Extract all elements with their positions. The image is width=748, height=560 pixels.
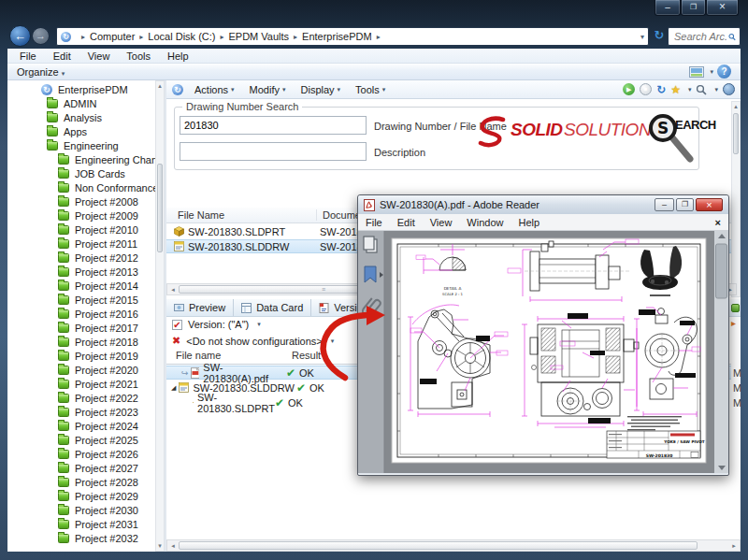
adobe-title-bar[interactable]: SW-201830(A).pdf - Adobe Reader – ❐ × (358, 195, 728, 214)
configurations-row[interactable]: ✖ <Do not show configurations> ▾ (172, 335, 334, 347)
search-input[interactable] (672, 30, 728, 43)
breadcrumb-local-disk[interactable]: Local Disk (C:) (148, 31, 215, 42)
adobe-menu-window[interactable]: Window (467, 217, 503, 228)
menu-help[interactable]: Help (159, 50, 197, 63)
sidebar-item[interactable]: ADMIN (7, 96, 165, 110)
scrollbar-thumb[interactable] (157, 164, 163, 252)
back-button[interactable]: ← (9, 25, 31, 47)
help-button[interactable]: ? (717, 65, 731, 79)
sidebar-item[interactable]: Project #2011 (7, 237, 165, 251)
description-input[interactable] (180, 142, 367, 161)
expander-icon[interactable]: ◢ (171, 384, 176, 392)
run-button[interactable]: ▶ (623, 83, 635, 95)
close-document-icon[interactable]: × (715, 217, 721, 228)
chevron-down-icon[interactable]: ▾ (714, 86, 718, 93)
actions-menu[interactable]: Actions▾ (187, 84, 242, 95)
breadcrumb-computer[interactable]: Computer (90, 31, 135, 42)
scrollbar-thumb[interactable] (733, 113, 739, 154)
favorites-button[interactable]: ★ (670, 83, 681, 96)
chevron-down-icon[interactable]: ▾ (688, 86, 692, 93)
adobe-close-button[interactable]: × (696, 198, 723, 211)
organize-button[interactable]: Organize▾ (7, 66, 70, 78)
sidebar-item[interactable]: Project #2023 (7, 405, 165, 419)
refresh-button[interactable]: ↻ (652, 28, 667, 45)
scroll-up-icon[interactable]: ▴ (732, 102, 740, 111)
sidebar-item[interactable]: Project #2013 (7, 265, 165, 279)
modify-menu[interactable]: Modify▾ (242, 84, 294, 95)
menu-view[interactable]: View (79, 50, 119, 63)
tab-preview[interactable]: Preview (166, 299, 234, 316)
search-button[interactable]: S EARCH (643, 108, 703, 168)
menu-file[interactable]: File (11, 50, 45, 63)
scroll-down-icon[interactable]: ▾ (156, 541, 164, 551)
sidebar-item[interactable]: Engineering (7, 138, 165, 152)
chevron-down-icon[interactable]: ▾ (331, 337, 335, 345)
web-button[interactable] (723, 83, 735, 95)
sidebar-item[interactable]: Analysis (7, 110, 165, 124)
scroll-right-icon[interactable]: ▸ (728, 541, 740, 551)
sidebar-item[interactable]: Project #2010 (7, 223, 165, 237)
address-dropdown-icon[interactable]: ▾ (640, 33, 644, 41)
tools-menu[interactable]: Tools▾ (348, 84, 393, 95)
menu-edit[interactable]: Edit (45, 50, 79, 63)
panel-scrollbar[interactable]: ▴ (731, 101, 741, 297)
sidebar-item[interactable]: Project #2029 (7, 489, 165, 503)
sidebar-item[interactable]: Project #2026 (7, 447, 165, 461)
drawing-number-input[interactable] (180, 116, 367, 135)
chevron-down-icon[interactable]: ▾ (257, 321, 261, 328)
column-file-name[interactable]: File Name (166, 209, 316, 221)
breadcrumb-epdm-vaults[interactable]: EPDM Vaults (228, 31, 289, 42)
adobe-reader-window[interactable]: SW-201830(A).pdf - Adobe Reader – ❐ × Fi… (357, 194, 729, 476)
breadcrumb-enterprisepdm[interactable]: EnterprisePDM (302, 31, 372, 42)
adobe-menu-help[interactable]: Help (518, 217, 539, 228)
adobe-menu-edit[interactable]: Edit (397, 217, 415, 228)
sidebar-item[interactable]: Project #2028 (7, 475, 165, 489)
sidebar-item[interactable]: Project #2014 (7, 279, 165, 293)
column-result[interactable]: Result (292, 350, 321, 364)
tab-data-card[interactable]: Data Card (234, 299, 311, 316)
zoom-button[interactable] (696, 84, 707, 95)
content-hscrollbar[interactable]: ◂ ▸ (166, 539, 741, 552)
views-button[interactable]: ▾ (689, 66, 713, 78)
display-menu[interactable]: Display▾ (294, 84, 349, 95)
stop-button[interactable]: ■ (640, 83, 652, 95)
sidebar-item[interactable]: Apps (7, 124, 165, 138)
sidebar-item[interactable]: Project #2018 (7, 335, 165, 349)
pages-panel-icon[interactable] (364, 237, 377, 252)
close-button[interactable]: × (706, 0, 739, 16)
sidebar-item[interactable]: JOB Cards (7, 166, 165, 180)
sidebar-item[interactable]: Project #2022 (7, 391, 165, 405)
forward-button[interactable]: → (32, 27, 50, 45)
menu-tools[interactable]: Tools (118, 50, 159, 63)
scrollbar-thumb[interactable] (179, 541, 698, 550)
search-box[interactable] (668, 27, 741, 46)
scroll-left-icon[interactable]: ◂ (167, 541, 179, 551)
sidebar-item[interactable]: Project #2030 (7, 503, 165, 517)
sidebar-item[interactable]: Project #2031 (7, 517, 165, 531)
sidebar-item[interactable]: Project #2027 (7, 461, 165, 475)
adobe-maximize-button[interactable]: ❐ (676, 198, 694, 211)
sidebar-item[interactable]: Non Conformance (7, 180, 165, 194)
sidebar-item[interactable]: Engineering Change (7, 152, 165, 166)
sidebar-item[interactable]: Project #2009 (7, 208, 165, 223)
maximize-button[interactable]: ❐ (681, 0, 706, 16)
scroll-left-icon[interactable]: ◂ (167, 285, 179, 294)
pdf-document-view[interactable]: DETAIL A SCALE 2 : 1 (358, 231, 728, 473)
tree-scrollbar[interactable]: ▴ ▾ (155, 80, 165, 552)
address-bar[interactable]: ↻ ▸ Computer ▸ Local Disk (C:) ▸ EPDM Va… (56, 27, 649, 46)
scroll-up-icon[interactable]: ▴ (156, 81, 164, 91)
sidebar-item[interactable]: Project #2015 (7, 293, 165, 307)
sidebar-item[interactable]: Project #2032 (7, 531, 165, 545)
sidebar-item[interactable]: Project #2017 (7, 321, 165, 335)
sidebar-item-root[interactable]: ↻EnterprisePDM (7, 82, 165, 96)
sidebar-item[interactable]: Project #2024 (7, 419, 165, 433)
sidebar-item[interactable]: Project #2021 (7, 377, 165, 391)
sidebar-item[interactable]: Project #2025 (7, 433, 165, 447)
sidebar-item[interactable]: Project #2019 (7, 349, 165, 363)
sidebar-item[interactable]: Project #2008 (7, 194, 165, 208)
sidebar-item[interactable]: Project #2016 (7, 307, 165, 321)
sidebar-item[interactable]: Project #2020 (7, 363, 165, 377)
sidebar-item[interactable]: Project #2012 (7, 251, 165, 265)
version-row[interactable]: ✔ Version: ("A") ▾ (172, 319, 261, 330)
adobe-minimize-button[interactable]: – (654, 198, 674, 211)
